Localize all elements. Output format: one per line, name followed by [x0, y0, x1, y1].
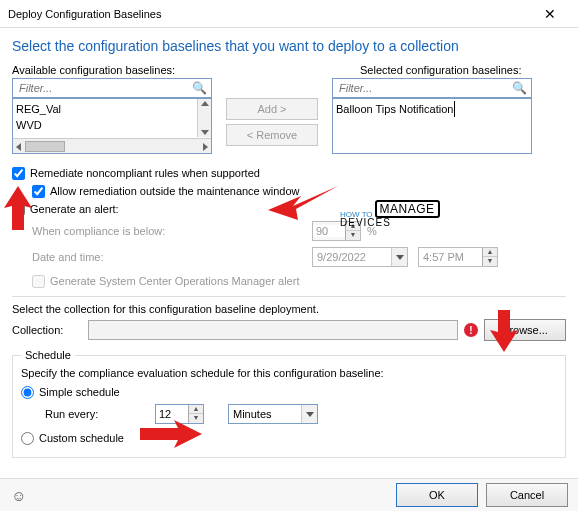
available-listbox[interactable]: REG_Val WVD: [12, 98, 212, 154]
available-filter-input[interactable]: [17, 81, 192, 95]
run-every-spinner[interactable]: ▲▼: [155, 404, 204, 424]
dropdown-icon[interactable]: [391, 248, 407, 266]
cancel-button[interactable]: Cancel: [486, 483, 568, 507]
allow-outside-label: Allow remediation outside the maintenanc…: [50, 185, 299, 197]
dropdown-icon[interactable]: [301, 405, 317, 423]
add-button[interactable]: Add >: [226, 98, 318, 120]
dialog-header: Select the configuration baselines that …: [0, 28, 578, 60]
remediate-checkbox[interactable]: [12, 167, 25, 180]
run-every-label: Run every:: [45, 408, 155, 420]
compliance-percent: %: [367, 225, 377, 237]
selected-listbox[interactable]: Balloon Tips Notification: [332, 98, 532, 154]
time-value: 4:57 PM: [423, 251, 482, 263]
header-title: Select the configuration baselines that …: [12, 38, 566, 54]
list-item[interactable]: REG_Val: [16, 101, 208, 117]
collection-heading: Select the collection for this configura…: [12, 303, 566, 315]
search-icon[interactable]: 🔍: [192, 81, 207, 95]
collection-field: [88, 320, 458, 340]
run-every-value[interactable]: [156, 408, 188, 420]
custom-schedule-label: Custom schedule: [39, 432, 124, 444]
scom-alert-checkbox: [32, 275, 45, 288]
selected-filter[interactable]: 🔍: [332, 78, 532, 98]
date-value: 9/29/2022: [317, 251, 391, 263]
allow-outside-checkbox[interactable]: [32, 185, 45, 198]
schedule-group: Schedule Specify the compliance evaluati…: [12, 349, 566, 458]
ok-button[interactable]: OK: [396, 483, 478, 507]
custom-schedule-row[interactable]: Custom schedule: [21, 429, 557, 447]
selected-filter-input[interactable]: [337, 81, 512, 95]
generate-alert-checkbox[interactable]: [12, 203, 25, 216]
remediate-label: Remediate noncompliant rules when suppor…: [30, 167, 260, 179]
collection-label: Collection:: [12, 324, 82, 336]
compliance-spinner[interactable]: ▲▼: [312, 221, 361, 241]
list-item[interactable]: Balloon Tips Notification: [336, 101, 455, 117]
summary-icon[interactable]: ☺: [10, 486, 28, 504]
close-button[interactable]: ✕: [530, 6, 570, 22]
simple-schedule-label: Simple schedule: [39, 386, 120, 398]
run-every-unit-combo[interactable]: Minutes: [228, 404, 318, 424]
scom-alert-label: Generate System Center Operations Manage…: [50, 275, 299, 287]
window-title: Deploy Configuration Baselines: [8, 8, 161, 20]
spinner-buttons[interactable]: ▲▼: [482, 248, 497, 266]
spinner-buttons[interactable]: ▲▼: [188, 405, 203, 423]
error-icon: !: [464, 323, 478, 337]
simple-schedule-row[interactable]: Simple schedule: [21, 383, 557, 401]
schedule-heading: Specify the compliance evaluation schedu…: [21, 367, 557, 379]
scom-alert-row: Generate System Center Operations Manage…: [32, 272, 566, 290]
run-every-unit: Minutes: [233, 408, 301, 420]
generate-alert-checkbox-row[interactable]: Generate an alert:: [12, 200, 566, 218]
remediate-checkbox-row[interactable]: Remediate noncompliant rules when suppor…: [12, 164, 566, 182]
dialog-footer: ☺ OK Cancel: [0, 478, 578, 511]
allow-outside-checkbox-row[interactable]: Allow remediation outside the maintenanc…: [32, 182, 566, 200]
title-bar: Deploy Configuration Baselines ✕: [0, 0, 578, 28]
time-picker[interactable]: 4:57 PM ▲▼: [418, 247, 498, 267]
datetime-label: Date and time:: [32, 251, 312, 263]
vertical-scrollbar[interactable]: [197, 99, 211, 137]
search-icon[interactable]: 🔍: [512, 81, 527, 95]
horizontal-scrollbar[interactable]: [13, 138, 211, 153]
custom-schedule-radio[interactable]: [21, 432, 34, 445]
selected-label: Selected configuration baselines:: [360, 64, 521, 76]
spinner-buttons[interactable]: ▲▼: [345, 222, 360, 240]
simple-schedule-radio[interactable]: [21, 386, 34, 399]
browse-button[interactable]: Browse...: [484, 319, 566, 341]
remove-button[interactable]: < Remove: [226, 124, 318, 146]
generate-alert-label: Generate an alert:: [30, 203, 119, 215]
compliance-label: When compliance is below:: [32, 225, 312, 237]
compliance-value[interactable]: [313, 225, 345, 237]
list-item[interactable]: WVD: [16, 117, 208, 133]
available-label: Available configuration baselines:: [12, 64, 242, 76]
schedule-legend: Schedule: [21, 349, 75, 361]
available-filter[interactable]: 🔍: [12, 78, 212, 98]
date-picker[interactable]: 9/29/2022: [312, 247, 408, 267]
